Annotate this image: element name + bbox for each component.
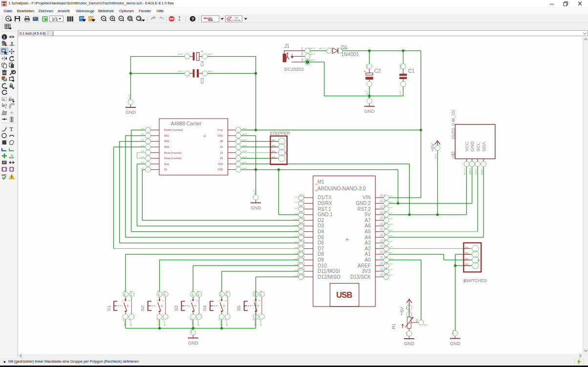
svg-text:pas 1: pas 1 xyxy=(259,290,262,296)
svg-text:pas 3: pas 3 xyxy=(123,320,126,326)
svg-text:3: 3 xyxy=(301,58,303,62)
svg-text:DCJ0202: DCJ0202 xyxy=(284,66,304,72)
svg-text:1/1: 1/1 xyxy=(52,17,58,21)
svg-text:S1: S1 xyxy=(106,306,111,311)
svg-text:A: A xyxy=(11,154,13,157)
svg-text:n 0: n 0 xyxy=(390,212,393,214)
svg-text:J1.12: J1.12 xyxy=(297,256,305,259)
svg-text:J2.9: J2.9 xyxy=(380,239,386,243)
svg-text:VDD: VDD xyxy=(218,163,223,165)
svg-text:AT: AT xyxy=(2,161,6,164)
svg-text:A7: A7 xyxy=(365,218,371,223)
svg-text:J2.13: J2.13 xyxy=(380,262,388,265)
svg-text:GND.2: GND.2 xyxy=(356,201,371,206)
svg-text:SDA: SDA xyxy=(481,142,486,151)
svg-text:D0/RX: D0/RX xyxy=(318,201,333,206)
svg-text:SCH: SCH xyxy=(43,20,47,22)
svg-text:out 0: out 0 xyxy=(242,156,247,158)
svg-text:R2: R2 xyxy=(9,97,12,99)
svg-text:out 0: out 0 xyxy=(242,133,247,135)
svg-text:2A: 2A xyxy=(220,145,223,148)
svg-text:pas: pas xyxy=(465,257,469,260)
svg-text:D4: D4 xyxy=(318,229,324,234)
svg-text:J2.6: J2.6 xyxy=(380,222,386,225)
svg-text:D2: D2 xyxy=(318,218,324,223)
svg-text:C1: C1 xyxy=(408,68,415,74)
svg-text:GND: GND xyxy=(188,340,198,346)
svg-text:J1.2: J1.2 xyxy=(299,199,305,203)
svg-text:out 0: out 0 xyxy=(242,144,247,147)
svg-text:pas 1: pas 1 xyxy=(219,290,222,296)
svg-text:1A: 1A xyxy=(220,151,223,154)
svg-text:pas 0: pas 0 xyxy=(208,70,212,72)
svg-text:Step: Step xyxy=(164,163,169,165)
svg-text:D12/MISO: D12/MISO xyxy=(318,274,341,280)
svg-text:ULP: ULP xyxy=(89,17,94,20)
svg-text:pas 0: pas 0 xyxy=(343,47,349,49)
svg-text:Sleep (inverted): Sleep (inverted) xyxy=(164,157,182,160)
svg-text:r 0: r 0 xyxy=(405,332,408,335)
svg-text:J2.4: J2.4 xyxy=(380,211,386,214)
svg-text:C2: C2 xyxy=(374,68,381,74)
svg-text:J2.8: J2.8 xyxy=(380,233,386,237)
svg-text:C3: C3 xyxy=(200,78,205,83)
svg-text:S2: S2 xyxy=(140,306,145,311)
svg-text:J2.14: J2.14 xyxy=(380,267,388,271)
svg-text:in 0: in 0 xyxy=(141,167,144,169)
svg-text:n 0: n 0 xyxy=(390,245,393,248)
svg-text:D8: D8 xyxy=(318,251,324,257)
svg-text:out 0: out 0 xyxy=(242,139,247,141)
svg-text:2B: 2B xyxy=(220,140,223,143)
svg-text:J1.10: J1.10 xyxy=(297,245,305,248)
svg-text:J2.2: J2.2 xyxy=(380,199,386,203)
svg-text:pas 3: pas 3 xyxy=(163,320,166,326)
svg-text:pwr 0: pwr 0 xyxy=(310,53,315,55)
svg-text:+5v 0: +5v 0 xyxy=(434,154,437,159)
svg-text:D5: D5 xyxy=(318,235,324,240)
svg-text:D3: D3 xyxy=(318,223,324,228)
svg-text:ca 1: ca 1 xyxy=(399,65,401,69)
svg-text:pas 1: pas 1 xyxy=(123,290,126,296)
svg-text:1: 1 xyxy=(218,300,221,302)
svg-text:J1.6: J1.6 xyxy=(299,222,305,225)
svg-text:pas 3: pas 3 xyxy=(225,320,228,326)
svg-text:D1/TX: D1/TX xyxy=(318,195,332,200)
svg-text:RST.2: RST.2 xyxy=(357,206,371,212)
svg-text:R1: R1 xyxy=(391,323,396,329)
svg-text:n 0: n 0 xyxy=(294,252,297,255)
svg-text:J1.9: J1.9 xyxy=(299,239,305,243)
svg-text:N: N xyxy=(2,98,4,101)
svg-text:gnd 0: gnd 0 xyxy=(128,94,130,99)
svg-text:1: 1 xyxy=(252,300,255,302)
svg-text:2: 2 xyxy=(258,300,261,302)
svg-text:n 0: n 0 xyxy=(390,274,393,276)
svg-text:GND: GND xyxy=(126,109,136,115)
svg-text:n 0: n 0 xyxy=(390,206,393,208)
svg-text:J2.15: J2.15 xyxy=(380,273,388,276)
svg-text:J1.13: J1.13 xyxy=(297,262,305,265)
svg-text:+5V: +5V xyxy=(430,143,435,152)
svg-text:A3: A3 xyxy=(365,240,371,245)
svg-text:D7: D7 xyxy=(318,246,324,251)
svg-text:pas 1: pas 1 xyxy=(197,290,199,296)
svg-text:J1.5: J1.5 xyxy=(299,216,305,220)
svg-text:3V3: 3V3 xyxy=(362,268,371,274)
svg-text:gnd 0: gnd 0 xyxy=(253,190,255,195)
svg-text:in 0: in 0 xyxy=(141,133,144,135)
svg-text:J2.3: J2.3 xyxy=(380,205,386,208)
svg-text:in 0: in 0 xyxy=(141,127,144,130)
svg-text:n 0: n 0 xyxy=(294,212,297,215)
svg-text:+: + xyxy=(364,69,366,74)
svg-text:VCC: VCC xyxy=(464,142,469,151)
svg-text:1N4001: 1N4001 xyxy=(341,51,359,57)
svg-text:SWITCHES: SWITCHES xyxy=(463,278,486,283)
svg-text:S: S xyxy=(416,319,418,322)
svg-text:pas 3: pas 3 xyxy=(191,320,193,326)
svg-text:out 0: out 0 xyxy=(242,161,247,163)
svg-text:J1.8: J1.8 xyxy=(299,233,305,237)
svg-text:GND: GND xyxy=(217,168,223,171)
svg-text:pas 1: pas 1 xyxy=(163,290,166,296)
svg-text:RST.1: RST.1 xyxy=(318,206,332,212)
svg-text:pas: pas xyxy=(465,263,469,265)
svg-text:J2.10: J2.10 xyxy=(380,245,388,248)
